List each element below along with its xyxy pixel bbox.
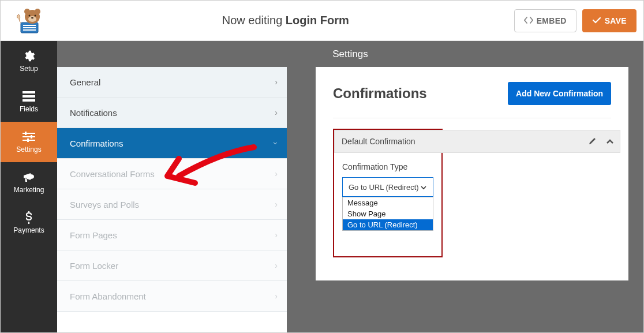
highlight-box: Default Confirmation Confirmation Type G…	[333, 129, 443, 257]
nav-marketing[interactable]: Marketing	[1, 162, 57, 203]
settings-form-abandonment[interactable]: Form Abandonment ›	[57, 281, 287, 312]
item-label: Form Pages	[70, 230, 117, 240]
app-logo	[1, 6, 57, 35]
settings-general[interactable]: General ›	[57, 67, 287, 98]
settings-form-pages[interactable]: Form Pages ›	[57, 220, 287, 250]
item-label: Confirmations	[70, 139, 123, 148]
svg-rect-3	[23, 29, 36, 31]
svg-rect-13	[23, 99, 35, 102]
confirmation-type-label: Confirmation Type	[342, 162, 436, 171]
settings-confirmations[interactable]: Confirmations ›	[57, 128, 287, 159]
embed-button[interactable]: EMBED	[514, 9, 576, 32]
settings-notifications[interactable]: Notifications ›	[57, 98, 287, 128]
confirmations-title: Confirmations	[333, 85, 427, 102]
nav-label: Setup	[20, 65, 38, 73]
svg-rect-14	[23, 133, 35, 134]
settings-conversational[interactable]: Conversational Forms ›	[57, 159, 287, 189]
nav-label: Settings	[16, 145, 41, 154]
embed-label: EMBED	[537, 16, 567, 25]
form-name: Login Form	[286, 14, 349, 27]
redirect-url-input[interactable]: http://mytestsite.com	[342, 229, 570, 249]
settings-form-locker[interactable]: Form Locker ›	[57, 250, 287, 281]
confirmation-item-header[interactable]: Default Confirmation	[334, 130, 620, 153]
editing-prefix: Now editing	[222, 14, 286, 27]
add-confirmation-button[interactable]: Add New Confirmation	[508, 82, 611, 105]
item-label: Notifications	[70, 108, 117, 118]
nav-payments[interactable]: Payments	[1, 203, 57, 243]
chevron-right-icon: ›	[275, 108, 278, 117]
chevron-right-icon: ›	[275, 261, 278, 270]
chevron-right-icon: ›	[275, 200, 278, 209]
edit-icon[interactable]	[589, 137, 597, 147]
item-label: Surveys and Polls	[70, 200, 139, 209]
save-label: SAVE	[605, 16, 627, 25]
code-icon	[524, 16, 533, 25]
dollar-icon	[23, 211, 35, 224]
svg-point-6	[35, 9, 40, 14]
top-actions: EMBED SAVE	[514, 9, 636, 32]
nav-settings[interactable]: Settings	[1, 122, 57, 162]
chevron-down-icon: ›	[272, 142, 281, 145]
svg-rect-11	[23, 91, 35, 93]
nav-label: Payments	[13, 226, 44, 234]
nav-fields[interactable]: Fields	[1, 81, 57, 122]
item-label: Form Locker	[70, 261, 118, 271]
settings-title: Settings	[57, 41, 643, 67]
svg-point-7	[28, 16, 36, 22]
settings-surveys[interactable]: Surveys and Polls ›	[57, 189, 287, 220]
url-value: http://mytestsite.com	[349, 235, 417, 244]
svg-rect-16	[23, 136, 35, 137]
check-icon	[592, 16, 601, 25]
svg-point-10	[31, 17, 33, 18]
gear-icon	[23, 50, 35, 62]
chevron-right-icon: ›	[275, 230, 278, 240]
confirmation-type-select[interactable]: Go to URL (Redirect)	[342, 177, 433, 197]
divider	[333, 118, 611, 118]
chevron-right-icon: ›	[275, 291, 278, 301]
top-bar: Now editing Login Form EMBED SAVE	[1, 1, 643, 41]
svg-point-9	[35, 14, 36, 16]
item-label: General	[70, 77, 100, 87]
save-button[interactable]: SAVE	[582, 9, 636, 32]
svg-rect-19	[27, 139, 29, 142]
chevron-right-icon: ›	[275, 169, 278, 178]
sliders-icon	[23, 130, 35, 143]
confirmation-type-dropdown: Message Show Page Go to URL (Redirect)	[342, 197, 433, 231]
nav-label: Fields	[20, 105, 38, 113]
item-label: Form Abandonment	[70, 291, 146, 301]
dropdown-option-redirect[interactable]: Go to URL (Redirect)	[343, 219, 433, 230]
svg-rect-17	[31, 135, 32, 139]
svg-point-5	[24, 9, 30, 14]
confirmation-name: Default Confirmation	[342, 137, 415, 146]
nav-setup[interactable]: Setup	[1, 41, 57, 81]
bullhorn-icon	[23, 171, 35, 184]
chevron-up-icon[interactable]	[606, 137, 614, 146]
selected-value: Go to URL (Redirect)	[349, 183, 419, 192]
nav-label: Marketing	[14, 186, 44, 194]
dropdown-option-message[interactable]: Message	[343, 197, 433, 208]
left-nav: Setup Fields Settings Marketing Payments	[1, 41, 57, 333]
confirmations-card: Confirmations Add New Confirmation Defau…	[316, 67, 628, 280]
item-label: Conversational Forms	[70, 169, 155, 179]
chevron-down-icon	[420, 183, 427, 192]
chevron-right-icon: ›	[275, 77, 278, 87]
svg-point-8	[29, 14, 31, 16]
svg-rect-15	[25, 132, 27, 135]
svg-rect-2	[23, 27, 36, 28]
page-title: Now editing Login Form	[57, 14, 514, 27]
settings-submenu: Settings General › Notifications › Confi…	[57, 41, 287, 333]
dropdown-option-showpage[interactable]: Show Page	[343, 208, 433, 219]
content-area: Confirmations Add New Confirmation Defau…	[287, 41, 643, 333]
list-icon	[23, 90, 35, 103]
svg-rect-1	[23, 25, 36, 26]
svg-rect-12	[23, 95, 35, 98]
